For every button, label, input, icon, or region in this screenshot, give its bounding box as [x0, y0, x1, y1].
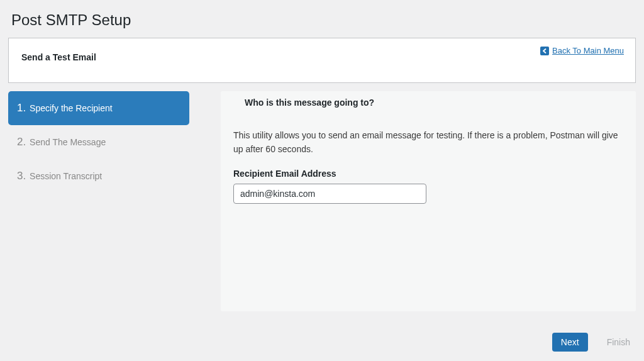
step-label: Send The Message: [30, 137, 106, 147]
back-arrow-icon: [540, 47, 549, 55]
steps-nav: 1. Specify the Recipient 2. Send The Mes…: [8, 91, 189, 311]
step-send-message[interactable]: 2. Send The Message: [8, 125, 189, 159]
card-title: Send a Test Email: [21, 52, 623, 62]
step-specify-recipient[interactable]: 1. Specify the Recipient: [8, 91, 189, 125]
card-send-test-email: Send a Test Email Back To Main Menu: [8, 38, 636, 83]
step-content: Who is this message going to? This utili…: [221, 91, 636, 311]
next-button[interactable]: Next: [552, 333, 588, 352]
step-number: 3.: [17, 170, 26, 182]
content-heading: Who is this message going to?: [245, 97, 623, 108]
content-description: This utility allows you to send an email…: [233, 129, 623, 156]
svg-rect-0: [540, 47, 549, 55]
step-label: Specify the Recipient: [30, 103, 113, 113]
page-title: Post SMTP Setup: [0, 0, 644, 38]
back-link-wrap[interactable]: Back To Main Menu: [540, 46, 624, 55]
step-number: 1.: [17, 102, 26, 114]
recipient-email-label: Recipient Email Address: [233, 169, 623, 179]
recipient-email-input[interactable]: [233, 184, 426, 204]
step-label: Session Transcript: [30, 171, 102, 181]
step-number: 2.: [17, 136, 26, 148]
finish-button: Finish: [601, 333, 636, 352]
button-row: Next Finish: [9, 333, 636, 352]
back-to-main-link[interactable]: Back To Main Menu: [552, 46, 624, 55]
step-session-transcript[interactable]: 3. Session Transcript: [8, 159, 189, 193]
wizard: 1. Specify the Recipient 2. Send The Mes…: [8, 91, 636, 311]
